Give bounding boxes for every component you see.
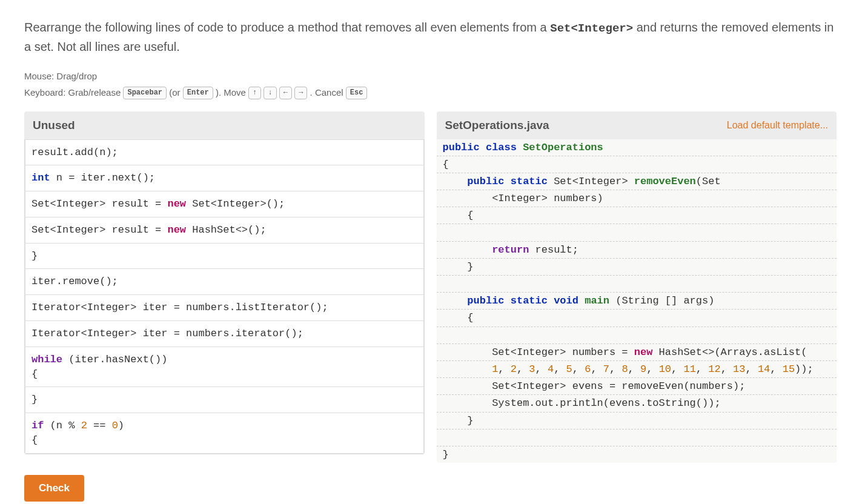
- code-tile[interactable]: }: [25, 386, 424, 413]
- code-line[interactable]: Set<Integer> evens = removeEven(numbers)…: [437, 378, 837, 395]
- code-line[interactable]: {: [437, 310, 837, 327]
- code-tile[interactable]: Iterator<Integer> iter = numbers.iterato…: [25, 320, 424, 347]
- code-line[interactable]: [437, 276, 837, 293]
- unused-header: Unused: [24, 111, 425, 139]
- code-line: }: [437, 446, 837, 463]
- code-line[interactable]: 1, 2, 3, 4, 5, 6, 7, 8, 9, 10, 11, 12, 1…: [437, 361, 837, 378]
- code-tile[interactable]: int n = iter.next();: [25, 165, 424, 191]
- code-tile[interactable]: Set<Integer> result = new HashSet<>();: [25, 217, 424, 244]
- code-line[interactable]: System.out.println(evens.toString());: [437, 395, 837, 412]
- kbd-left: ←: [279, 87, 292, 99]
- code-editor[interactable]: public class SetOperations{ public stati…: [437, 139, 837, 463]
- kbd-esc: Esc: [346, 87, 368, 99]
- code-tile[interactable]: }: [25, 243, 424, 270]
- code-tile[interactable]: Set<Integer> result = new Set<Integer>()…: [25, 191, 424, 217]
- code-line[interactable]: [437, 429, 837, 446]
- code-tile[interactable]: Iterator<Integer> iter = numbers.listIte…: [25, 294, 424, 321]
- keyboard-instructions: Mouse: Drag/drop Keyboard: Grab/release …: [24, 68, 841, 101]
- code-line[interactable]: [437, 224, 837, 241]
- kbd-enter: Enter: [183, 87, 213, 99]
- kbd-right: →: [294, 87, 307, 99]
- code-line[interactable]: <Integer> numbers): [437, 190, 837, 207]
- code-tile[interactable]: iter.remove();: [25, 268, 424, 295]
- unused-column: Unused result.add(n);int n = iter.next()…: [24, 111, 425, 454]
- editor-header: SetOperations.java Load default template…: [437, 111, 837, 139]
- editor-column: SetOperations.java Load default template…: [437, 111, 837, 463]
- prompt-code: Set<Integer>: [550, 22, 633, 35]
- check-button[interactable]: Check: [24, 475, 84, 502]
- code-line[interactable]: {: [437, 207, 837, 224]
- code-line[interactable]: [437, 327, 837, 344]
- code-line[interactable]: }: [437, 413, 837, 429]
- code-tile[interactable]: while (iter.hasNext()) {: [25, 346, 424, 388]
- code-line[interactable]: return result;: [437, 242, 837, 259]
- exercise-prompt: Rearrange the following lines of code to…: [24, 18, 841, 56]
- kbd-up: ↑: [248, 87, 261, 99]
- code-tile[interactable]: if (n % 2 == 0) {: [25, 413, 424, 454]
- kbd-down: ↓: [263, 87, 276, 99]
- code-tile[interactable]: result.add(n);: [25, 139, 424, 166]
- code-line[interactable]: {: [437, 156, 837, 173]
- code-line[interactable]: public static void main (String [] args): [437, 293, 837, 310]
- kbd-spacebar: Spacebar: [123, 87, 167, 99]
- code-line[interactable]: Set<Integer> numbers = new HashSet<>(Arr…: [437, 344, 837, 361]
- prompt-pre: Rearrange the following lines of code to…: [24, 21, 550, 34]
- code-line[interactable]: }: [437, 259, 837, 276]
- editor-filename: SetOperations.java: [445, 119, 549, 132]
- code-line[interactable]: public static Set<Integer> removeEven(Se…: [437, 173, 837, 190]
- unused-tile-list[interactable]: result.add(n);int n = iter.next();Set<In…: [24, 139, 425, 454]
- load-default-template-link[interactable]: Load default template...: [727, 120, 828, 131]
- code-line: public class SetOperations: [437, 139, 837, 156]
